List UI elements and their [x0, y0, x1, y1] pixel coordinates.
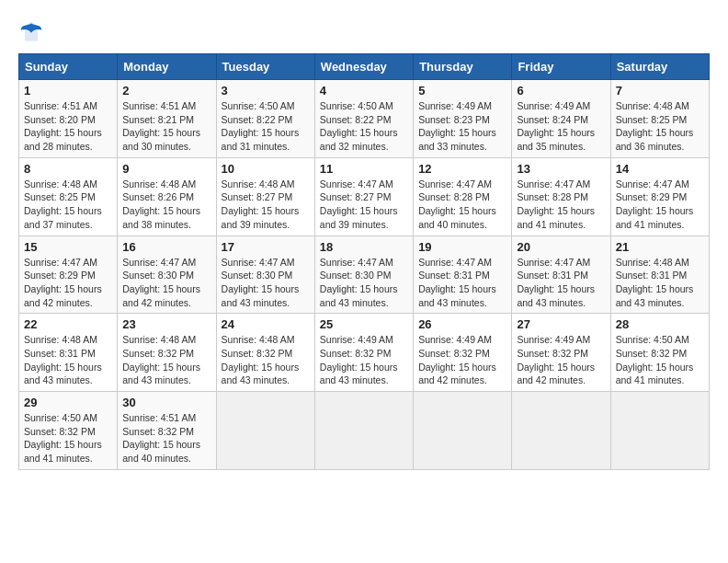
calendar-week-3: 15 Sunrise: 4:47 AMSunset: 8:29 PMDaylig…	[19, 236, 710, 314]
day-number: 9	[122, 162, 210, 176]
day-info: Sunrise: 4:49 AMSunset: 8:32 PMDaylight:…	[418, 334, 496, 385]
day-info: Sunrise: 4:50 AMSunset: 8:32 PMDaylight:…	[616, 334, 694, 385]
calendar-header-friday: Friday	[512, 54, 610, 80]
day-number: 26	[418, 317, 506, 331]
calendar-cell: 7 Sunrise: 4:48 AMSunset: 8:25 PMDayligh…	[610, 80, 709, 158]
calendar-cell: 4 Sunrise: 4:50 AMSunset: 8:22 PMDayligh…	[314, 80, 413, 158]
calendar-header-saturday: Saturday	[610, 54, 709, 80]
day-info: Sunrise: 4:47 AMSunset: 8:30 PMDaylight:…	[222, 257, 300, 308]
day-number: 24	[222, 317, 310, 331]
day-info: Sunrise: 4:48 AMSunset: 8:26 PMDaylight:…	[122, 178, 200, 230]
day-info: Sunrise: 4:51 AMSunset: 8:21 PMDaylight:…	[122, 100, 200, 152]
calendar-cell: 14 Sunrise: 4:47 AMSunset: 8:29 PMDaylig…	[610, 157, 709, 236]
day-info: Sunrise: 4:47 AMSunset: 8:28 PMDaylight:…	[418, 178, 496, 230]
day-number: 1	[24, 84, 112, 98]
calendar-cell: 22 Sunrise: 4:48 AMSunset: 8:31 PMDaylig…	[19, 314, 118, 392]
calendar-cell: 28 Sunrise: 4:50 AMSunset: 8:32 PMDaylig…	[610, 314, 709, 392]
calendar-cell: 25 Sunrise: 4:49 AMSunset: 8:32 PMDaylig…	[314, 314, 413, 392]
calendar-cell: 17 Sunrise: 4:47 AMSunset: 8:30 PMDaylig…	[216, 236, 314, 314]
calendar-cell: 26 Sunrise: 4:49 AMSunset: 8:32 PMDaylig…	[414, 314, 512, 392]
calendar-table: SundayMondayTuesdayWednesdayThursdayFrid…	[18, 53, 710, 470]
calendar-cell: 1 Sunrise: 4:51 AMSunset: 8:20 PMDayligh…	[19, 80, 118, 158]
calendar-cell: 3 Sunrise: 4:50 AMSunset: 8:22 PMDayligh…	[216, 80, 314, 158]
calendar-cell: 8 Sunrise: 4:48 AMSunset: 8:25 PMDayligh…	[19, 157, 118, 236]
calendar-cell	[216, 392, 314, 470]
day-info: Sunrise: 4:48 AMSunset: 8:31 PMDaylight:…	[616, 257, 694, 308]
day-number: 12	[418, 162, 506, 176]
calendar-cell: 12 Sunrise: 4:47 AMSunset: 8:28 PMDaylig…	[414, 157, 512, 236]
day-info: Sunrise: 4:50 AMSunset: 8:32 PMDaylight:…	[24, 412, 102, 464]
day-info: Sunrise: 4:49 AMSunset: 8:32 PMDaylight:…	[517, 334, 595, 385]
day-info: Sunrise: 4:48 AMSunset: 8:27 PMDaylight:…	[222, 178, 300, 230]
calendar-cell: 23 Sunrise: 4:48 AMSunset: 8:32 PMDaylig…	[118, 314, 216, 392]
logo	[18, 18, 48, 44]
calendar-header-thursday: Thursday	[414, 54, 512, 80]
day-info: Sunrise: 4:47 AMSunset: 8:30 PMDaylight:…	[122, 257, 200, 308]
day-number: 4	[320, 84, 408, 98]
day-info: Sunrise: 4:47 AMSunset: 8:27 PMDaylight:…	[320, 178, 398, 230]
day-info: Sunrise: 4:48 AMSunset: 8:32 PMDaylight:…	[122, 334, 200, 385]
calendar-week-1: 1 Sunrise: 4:51 AMSunset: 8:20 PMDayligh…	[19, 80, 710, 158]
day-number: 25	[320, 317, 408, 331]
day-number: 10	[222, 162, 310, 176]
day-number: 29	[24, 396, 112, 409]
day-info: Sunrise: 4:49 AMSunset: 8:23 PMDaylight:…	[418, 100, 496, 152]
calendar-cell: 5 Sunrise: 4:49 AMSunset: 8:23 PMDayligh…	[414, 80, 512, 158]
calendar-header-monday: Monday	[118, 54, 216, 80]
page-header	[18, 18, 710, 44]
day-number: 2	[122, 84, 210, 98]
calendar-cell: 6 Sunrise: 4:49 AMSunset: 8:24 PMDayligh…	[512, 80, 610, 158]
day-number: 5	[418, 84, 506, 98]
calendar-cell: 16 Sunrise: 4:47 AMSunset: 8:30 PMDaylig…	[118, 236, 216, 314]
calendar-cell: 24 Sunrise: 4:48 AMSunset: 8:32 PMDaylig…	[216, 314, 314, 392]
calendar-cell: 21 Sunrise: 4:48 AMSunset: 8:31 PMDaylig…	[610, 236, 709, 314]
calendar-cell: 29 Sunrise: 4:50 AMSunset: 8:32 PMDaylig…	[19, 392, 118, 470]
calendar-cell: 30 Sunrise: 4:51 AMSunset: 8:32 PMDaylig…	[118, 392, 216, 470]
calendar-cell	[414, 392, 512, 470]
day-number: 30	[122, 396, 210, 409]
calendar-body: 1 Sunrise: 4:51 AMSunset: 8:20 PMDayligh…	[19, 80, 710, 470]
day-info: Sunrise: 4:48 AMSunset: 8:31 PMDaylight:…	[24, 334, 102, 385]
calendar-header-row: SundayMondayTuesdayWednesdayThursdayFrid…	[19, 54, 710, 80]
day-info: Sunrise: 4:50 AMSunset: 8:22 PMDaylight:…	[320, 100, 398, 152]
calendar-cell: 27 Sunrise: 4:49 AMSunset: 8:32 PMDaylig…	[512, 314, 610, 392]
day-number: 15	[24, 240, 112, 254]
day-number: 28	[616, 317, 704, 331]
day-number: 16	[122, 240, 210, 254]
calendar-cell: 19 Sunrise: 4:47 AMSunset: 8:31 PMDaylig…	[414, 236, 512, 314]
calendar-week-2: 8 Sunrise: 4:48 AMSunset: 8:25 PMDayligh…	[19, 157, 710, 236]
day-info: Sunrise: 4:47 AMSunset: 8:30 PMDaylight:…	[320, 257, 398, 308]
day-number: 21	[616, 240, 704, 254]
day-info: Sunrise: 4:51 AMSunset: 8:32 PMDaylight:…	[122, 412, 200, 464]
day-info: Sunrise: 4:49 AMSunset: 8:32 PMDaylight:…	[320, 334, 398, 385]
calendar-header-sunday: Sunday	[19, 54, 118, 80]
calendar-cell: 9 Sunrise: 4:48 AMSunset: 8:26 PMDayligh…	[118, 157, 216, 236]
day-info: Sunrise: 4:51 AMSunset: 8:20 PMDaylight:…	[24, 100, 102, 152]
day-number: 18	[320, 240, 408, 254]
calendar-cell	[610, 392, 709, 470]
day-number: 6	[517, 84, 605, 98]
logo-icon	[18, 18, 44, 44]
calendar-cell: 20 Sunrise: 4:47 AMSunset: 8:31 PMDaylig…	[512, 236, 610, 314]
calendar-header-wednesday: Wednesday	[314, 54, 413, 80]
day-info: Sunrise: 4:49 AMSunset: 8:24 PMDaylight:…	[517, 100, 595, 152]
calendar-cell	[512, 392, 610, 470]
day-info: Sunrise: 4:48 AMSunset: 8:32 PMDaylight:…	[222, 334, 300, 385]
calendar-week-4: 22 Sunrise: 4:48 AMSunset: 8:31 PMDaylig…	[19, 314, 710, 392]
day-number: 23	[122, 317, 210, 331]
calendar-cell	[314, 392, 413, 470]
calendar-cell: 10 Sunrise: 4:48 AMSunset: 8:27 PMDaylig…	[216, 157, 314, 236]
day-number: 20	[517, 240, 605, 254]
day-number: 3	[222, 84, 310, 98]
calendar-cell: 11 Sunrise: 4:47 AMSunset: 8:27 PMDaylig…	[314, 157, 413, 236]
calendar-cell: 2 Sunrise: 4:51 AMSunset: 8:21 PMDayligh…	[118, 80, 216, 158]
day-number: 11	[320, 162, 408, 176]
day-number: 7	[616, 84, 704, 98]
calendar-header-tuesday: Tuesday	[216, 54, 314, 80]
calendar-week-5: 29 Sunrise: 4:50 AMSunset: 8:32 PMDaylig…	[19, 392, 710, 470]
day-number: 14	[616, 162, 704, 176]
day-info: Sunrise: 4:48 AMSunset: 8:25 PMDaylight:…	[616, 100, 694, 152]
calendar-cell: 18 Sunrise: 4:47 AMSunset: 8:30 PMDaylig…	[314, 236, 413, 314]
calendar-cell: 15 Sunrise: 4:47 AMSunset: 8:29 PMDaylig…	[19, 236, 118, 314]
day-number: 19	[418, 240, 506, 254]
